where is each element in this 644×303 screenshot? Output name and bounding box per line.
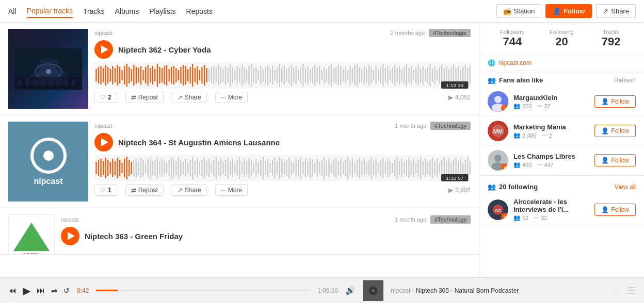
svg-rect-250 — [267, 159, 268, 177]
fan-name-3[interactable]: Les Champs Libres — [513, 153, 589, 160]
svg-rect-15 — [95, 69, 96, 81]
follow-fan-3-button[interactable]: 👤 Follow — [594, 154, 636, 166]
nav-albums[interactable]: Albums — [115, 5, 139, 18]
play-button-3[interactable] — [61, 227, 79, 245]
svg-rect-212 — [178, 158, 179, 178]
following-label: Following — [537, 29, 587, 35]
svg-rect-293 — [368, 160, 369, 176]
svg-rect-38 — [150, 68, 151, 82]
player-volume-button[interactable]: 🔊 — [345, 285, 356, 295]
waveform-1[interactable]: 1:12:39 — [94, 62, 471, 89]
player-shuffle-button[interactable]: ⇌ — [51, 287, 57, 295]
svg-rect-22 — [112, 66, 113, 85]
svg-rect-82 — [253, 68, 254, 82]
player-repeat-button[interactable]: ↺ — [63, 287, 70, 295]
following-name-1[interactable]: Airccelerate - les interviews de l'i... — [513, 198, 589, 213]
svg-rect-143 — [396, 68, 397, 82]
track-thumbnail-2[interactable]: nipcast — [8, 122, 88, 201]
fan-avatar-3[interactable]: + — [488, 150, 508, 171]
svg-rect-91 — [275, 70, 276, 80]
svg-rect-69 — [222, 69, 223, 81]
player-play-button[interactable]: ▶ — [23, 284, 30, 297]
svg-rect-140 — [390, 70, 391, 80]
follow-main-button[interactable]: 👤 Follow — [545, 4, 592, 18]
svg-rect-266 — [305, 159, 306, 177]
player-current-time: 0:42 — [77, 287, 89, 294]
play-button-2[interactable] — [94, 133, 113, 152]
svg-rect-7 — [25, 77, 29, 86]
player-progress-bar[interactable] — [96, 290, 310, 291]
waveform-2[interactable]: 1:32:57 — [94, 155, 471, 181]
follow-fan-1-button[interactable]: 👤 Follow — [594, 95, 636, 108]
follow-fan-2-button[interactable]: 👤 Follow — [594, 125, 636, 137]
track-row: GREEN nipcast 1 month ago #Technology — [0, 208, 479, 255]
repost-button-2[interactable]: ⇄ Repost — [125, 184, 164, 196]
player-prev-button[interactable]: ⏮ — [8, 286, 17, 295]
svg-rect-155 — [425, 69, 426, 81]
play-button-1[interactable] — [94, 40, 113, 59]
share-button-1[interactable]: ↗ Share — [172, 92, 207, 103]
svg-rect-270 — [314, 163, 315, 173]
player-heart-button[interactable]: ♡ — [612, 285, 620, 296]
svg-rect-206 — [164, 161, 165, 175]
svg-rect-53 — [185, 66, 186, 85]
nav-popular-tracks[interactable]: Popular tracks — [27, 5, 73, 18]
more-button-1[interactable]: ··· More — [215, 92, 248, 103]
svg-rect-302 — [390, 161, 391, 175]
refresh-button[interactable]: Refresh — [614, 77, 636, 84]
track-tag-3[interactable]: #Technology — [430, 215, 471, 224]
like-count-1: 2 — [108, 94, 111, 101]
svg-rect-190 — [126, 157, 127, 179]
svg-rect-97 — [288, 67, 289, 83]
track-thumbnail-3[interactable]: GREEN — [8, 214, 55, 255]
follow-following-1-button[interactable]: 👤 Follow — [594, 204, 636, 216]
track-time-1: 2 months ago — [391, 30, 425, 36]
svg-rect-89 — [269, 68, 270, 82]
svg-rect-209 — [171, 157, 172, 179]
nav-tracks[interactable]: Tracks — [83, 5, 104, 18]
player-next-button[interactable]: ⏭ — [37, 286, 45, 295]
svg-rect-151 — [415, 67, 416, 83]
svg-rect-137 — [382, 64, 383, 87]
like-button-1[interactable]: ♡ 2 — [94, 92, 117, 103]
svg-rect-271 — [317, 159, 318, 177]
svg-rect-76 — [239, 68, 240, 82]
more-button-2[interactable]: ··· More — [215, 184, 248, 196]
track-artist-2[interactable]: nipcast — [94, 123, 112, 129]
svg-rect-257 — [284, 162, 285, 174]
track-tag-1[interactable]: #Technologie — [429, 29, 471, 37]
track-thumbnail-1[interactable] — [8, 29, 88, 109]
following-avatar-1[interactable]: AC + — [488, 199, 508, 220]
nav-all[interactable]: All — [8, 5, 17, 18]
track-artist-3[interactable]: nipcast — [61, 216, 79, 223]
svg-rect-275 — [326, 161, 327, 175]
track-artist-1[interactable]: nipcast — [94, 30, 112, 36]
fan-avatar-2[interactable]: MM — [488, 121, 508, 141]
svg-rect-267 — [307, 161, 308, 175]
svg-rect-278 — [333, 160, 334, 176]
svg-rect-317 — [425, 159, 426, 177]
like-button-2[interactable]: ♡ 1 — [94, 184, 117, 196]
svg-rect-221 — [199, 162, 200, 174]
website-link[interactable]: 🌐 nipcast.com — [479, 55, 644, 71]
nav-reposts[interactable]: Reposts — [186, 5, 213, 18]
svg-rect-153 — [420, 68, 421, 82]
station-button[interactable]: 📻 Station — [496, 4, 541, 18]
fan-name-2[interactable]: Marketing Mania — [513, 123, 589, 131]
fan-avatar-1[interactable]: + — [488, 91, 508, 112]
svg-rect-232 — [225, 160, 226, 176]
nav-playlists[interactable]: Playlists — [149, 5, 175, 18]
fan-name-1[interactable]: MargauxKlein — [513, 94, 589, 102]
share-button[interactable]: ↗ Share — [596, 4, 636, 18]
svg-rect-336 — [470, 161, 471, 175]
svg-rect-30 — [131, 69, 132, 81]
svg-rect-65 — [213, 66, 214, 85]
track-tag-2[interactable]: #Technology — [430, 122, 471, 130]
svg-rect-163 — [444, 68, 445, 82]
player-menu-button[interactable]: ☰ — [627, 285, 636, 296]
website-text: nipcast.com — [498, 59, 532, 66]
view-all-button[interactable]: View all — [615, 183, 636, 191]
svg-rect-165 — [448, 69, 449, 81]
repost-button-1[interactable]: ⇄ Repost — [125, 92, 164, 103]
share-button-2[interactable]: ↗ Share — [172, 184, 207, 196]
